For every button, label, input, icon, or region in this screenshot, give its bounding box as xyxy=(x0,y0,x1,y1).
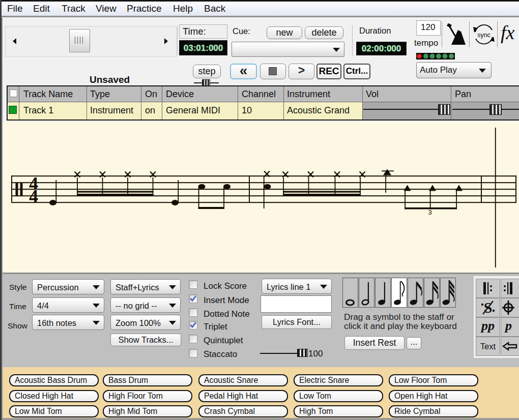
svg-text:3: 3 xyxy=(428,208,431,216)
svg-text:4: 4 xyxy=(29,186,38,206)
svg-text:sync: sync xyxy=(477,32,491,39)
